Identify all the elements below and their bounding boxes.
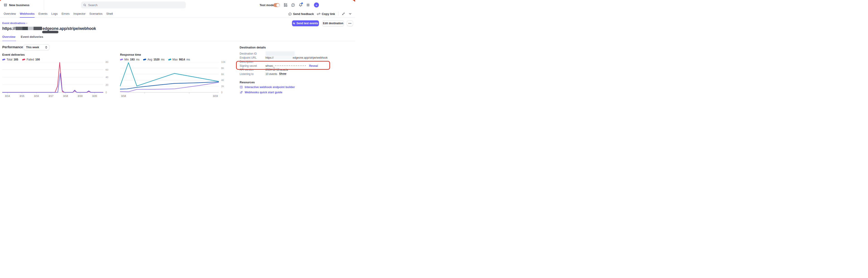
row-destination-id: Destination ID — [240, 52, 266, 55]
create-button[interactable]: + — [314, 2, 319, 7]
legend-failed: Failed 100 — [22, 58, 40, 61]
test-mode-toggle[interactable] — [273, 3, 280, 7]
legend-min-swatch — [120, 59, 123, 61]
show-events-link[interactable]: Show — [279, 72, 286, 76]
business-name: New business — [9, 3, 29, 7]
legend-max-swatch — [168, 59, 171, 61]
top-bar: New business Test mode ? — [0, 0, 355, 10]
legend-max-unit: ms — [186, 58, 190, 61]
endpoint-url-suffix: edgeone.app/stripe/webhook — [293, 56, 328, 59]
response-time-title: Response time — [120, 53, 141, 56]
date-range-value: This week — [26, 46, 39, 49]
send-feedback-button[interactable]: Send feedback — [288, 12, 314, 15]
performance-heading: Performance — [2, 45, 23, 49]
legend-avg-swatch — [143, 59, 146, 61]
page-title: https://edgeone.app/stripe/webhook — [2, 26, 96, 31]
collapse-icon[interactable] — [342, 12, 345, 15]
redacted-destination-id — [266, 51, 295, 56]
event-deliveries-x-axis: 3/143/153/163/173/183/193/20 — [2, 95, 103, 98]
legend-max: Max 9814 ms — [168, 58, 190, 61]
legend-total-value: 165 — [13, 58, 18, 61]
help-icon[interactable]: ? — [291, 3, 295, 7]
row-endpoint-url: Endpoint URL https://edgeone.app/stripe/… — [240, 56, 328, 59]
toggle-knob — [276, 4, 280, 7]
api-version-label: API version — [240, 68, 266, 71]
endpoint-url-prefix: https:// — [266, 56, 274, 59]
business-switcher[interactable]: New business — [4, 0, 29, 10]
listening-to-count: 10 events — [266, 72, 277, 76]
event-deliveries-y-axis: 020406080 — [105, 62, 113, 94]
legend-avg-unit: ms — [161, 58, 165, 61]
notifications-bell[interactable] — [299, 3, 303, 7]
signing-secret-label: Signing secret — [240, 64, 266, 67]
subtab-event-deliveries[interactable]: Event deliveries — [21, 34, 43, 41]
link-icon — [317, 12, 320, 15]
url-prefix: https:// — [2, 26, 15, 31]
ellipsis-icon: ⋯ — [348, 22, 352, 25]
signing-secret-prefix: whsec_ — [266, 64, 275, 67]
legend-failed-value: 100 — [35, 58, 40, 61]
row-description: Description — [240, 60, 266, 63]
apps-grid-icon[interactable] — [284, 3, 288, 7]
response-time-legend: Min 193 ms Avg 1520 ms Max 9814 ms — [120, 58, 190, 61]
endpoint-url-value: https://edgeone.app/stripe/webhook — [266, 56, 328, 59]
nav-tabs: Overview Webhooks Events Logs Errors Ins… — [4, 10, 113, 18]
send-test-events-button[interactable]: ⇆ Send test events — [292, 21, 319, 26]
resources-heading: Resources — [240, 80, 255, 84]
legend-min-unit: ms — [136, 58, 140, 61]
edit-destination-button[interactable]: Edit destination — [322, 21, 344, 26]
search-input[interactable] — [88, 3, 184, 7]
row-api-version: API version 2024-12-18.acacia — [240, 68, 288, 71]
nav-tab-overview[interactable]: Overview — [4, 10, 16, 18]
nav-right-actions: Send feedback Copy link — [288, 10, 352, 18]
description-label: Description — [240, 60, 266, 63]
redacted-url-tail — [42, 31, 58, 33]
nav-tab-errors[interactable]: Errors — [62, 10, 69, 18]
global-search[interactable] — [81, 2, 186, 8]
legend-total-label: Total — [6, 58, 12, 61]
subtab-overview[interactable]: Overview — [2, 34, 16, 41]
legend-avg-label: Avg — [148, 58, 152, 61]
settings-gear-icon[interactable] — [306, 3, 310, 7]
signing-secret-value: whsec_··················Reveal — [266, 64, 318, 67]
legend-min-label: Min — [124, 58, 129, 61]
destination-id-label: Destination ID — [240, 52, 266, 55]
listening-to-label: Listening to — [240, 72, 266, 76]
quick-start-label: Webhooks quick start guide — [245, 91, 282, 94]
stripe-webhooks-page: New business Test mode ? — [0, 0, 355, 114]
reveal-link[interactable]: Reveal — [309, 64, 318, 67]
nav-tab-events[interactable]: Events — [38, 10, 48, 18]
destination-details-heading: Destination details — [240, 46, 266, 49]
event-deliveries-chart: 020406080 3/143/153/163/173/183/193/20 — [2, 62, 103, 94]
webhook-builder-label: Interactive webhook endpoint builder — [245, 85, 295, 89]
legend-avg: Avg 1520 ms — [143, 58, 164, 61]
svg-text:?: ? — [292, 4, 294, 6]
legend-max-value: 9814 — [179, 58, 185, 61]
event-deliveries-legend: Total 165 Failed 100 — [2, 58, 40, 61]
test-mode-label: Test mode — [259, 0, 274, 10]
notification-dot — [301, 2, 303, 4]
more-options-button[interactable]: ⋯ — [347, 21, 353, 26]
breadcrumb[interactable]: Event destinations › — [2, 22, 27, 25]
listening-to-value: 10 eventsShow — [266, 72, 286, 76]
send-feedback-label: Send feedback — [293, 12, 314, 15]
nav-tab-inspector[interactable]: Inspector — [73, 10, 85, 18]
redacted-endpoint-segment — [274, 56, 293, 59]
nav-tab-logs[interactable]: Logs — [51, 10, 58, 18]
nav-tab-webhooks[interactable]: Webhooks — [20, 10, 35, 18]
chevron-down-icon[interactable] — [348, 12, 352, 15]
redacted-url-block — [16, 27, 42, 30]
webhook-builder-link[interactable]: Interactive webhook endpoint builder — [240, 85, 295, 89]
response-time-x-axis: 3/183/19 — [120, 95, 219, 98]
nav-tab-scenarios[interactable]: Scenarios — [90, 10, 103, 18]
date-range-select[interactable]: This week — [24, 44, 50, 50]
nav-tab-shell[interactable]: Shell — [106, 10, 113, 18]
legend-total-swatch — [2, 59, 5, 61]
quick-start-link[interactable]: Webhooks quick start guide — [240, 91, 282, 94]
masked-secret-dots: ·················· — [275, 64, 307, 67]
copy-link-button[interactable]: Copy link — [317, 12, 335, 15]
event-deliveries-title: Event deliveries — [2, 53, 25, 56]
endpoint-url-label: Endpoint URL — [240, 56, 266, 59]
breadcrumb-chevron-icon: › — [26, 22, 27, 25]
legend-min-value: 193 — [130, 58, 134, 61]
